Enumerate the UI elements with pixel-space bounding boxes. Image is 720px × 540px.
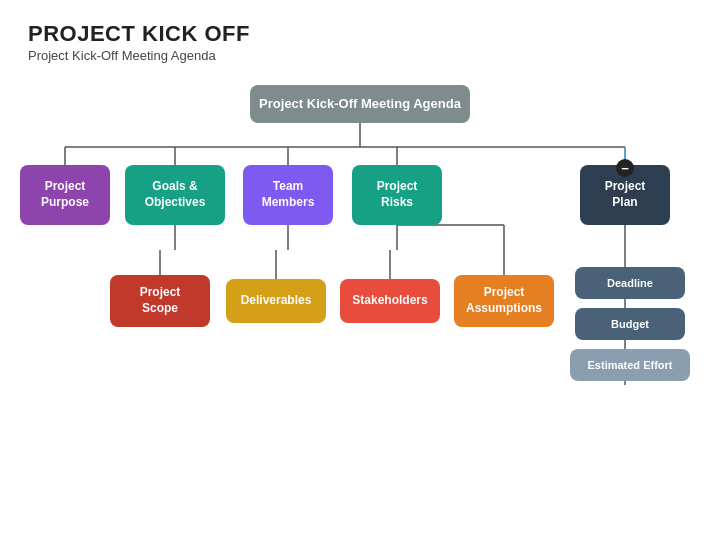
collapse-button[interactable]: − (616, 159, 634, 177)
node-root: Project Kick-Off Meeting Agenda (250, 85, 470, 123)
page-title: PROJECT KICK OFF (28, 22, 692, 46)
node-scope: ProjectScope (110, 275, 210, 327)
slide: PROJECT KICK OFF Project Kick-Off Meetin… (0, 0, 720, 540)
node-purpose: ProjectPurpose (20, 165, 110, 225)
node-goals: Goals &Objectives (125, 165, 225, 225)
node-team: TeamMembers (243, 165, 333, 225)
node-assumptions: ProjectAssumptions (454, 275, 554, 327)
node-risks: ProjectRisks (352, 165, 442, 225)
node-budget: Budget (575, 308, 685, 340)
page-subtitle: Project Kick-Off Meeting Agenda (28, 48, 692, 63)
node-stakeholders: Stakeholders (340, 279, 440, 323)
node-deliverables: Deliverables (226, 279, 326, 323)
node-effort: Estimated Effort (570, 349, 690, 381)
diagram: Project Kick-Off Meeting Agenda ProjectP… (0, 75, 720, 525)
node-deadline: Deadline (575, 267, 685, 299)
